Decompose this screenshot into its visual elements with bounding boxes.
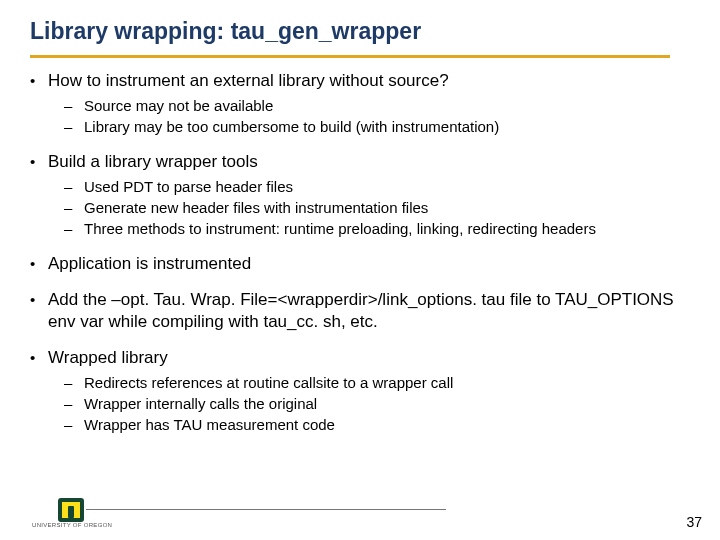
sub-text: Three methods to instrument: runtime pre…	[84, 219, 596, 239]
bullet-marker: •	[30, 70, 48, 92]
sub-item: –Library may be too cumbersome to build …	[64, 117, 690, 137]
footer-rule	[86, 509, 446, 510]
sub-item: –Redirects references at routine callsit…	[64, 373, 690, 393]
sub-item: –Used PDT to parse header files	[64, 177, 690, 197]
bullet-text: How to instrument an external library wi…	[48, 70, 449, 92]
page-number: 37	[686, 514, 702, 530]
dash-marker: –	[64, 219, 84, 239]
dash-marker: –	[64, 96, 84, 116]
sub-list: –Redirects references at routine callsit…	[30, 373, 690, 435]
sub-text: Source may not be available	[84, 96, 273, 116]
sub-item: –Wrapper has TAU measurement code	[64, 415, 690, 435]
sub-text: Library may be too cumbersome to build (…	[84, 117, 499, 137]
oregon-logo-icon: UNIVERSITY OF OREGON	[30, 498, 112, 528]
sub-text: Wrapper internally calls the original	[84, 394, 317, 414]
bullet-list: • How to instrument an external library …	[30, 70, 690, 435]
accent-rule	[30, 55, 670, 58]
dash-marker: –	[64, 198, 84, 218]
bullet-item: • Application is instrumented	[30, 253, 690, 275]
dash-marker: –	[64, 394, 84, 414]
sub-item: –Wrapper internally calls the original	[64, 394, 690, 414]
sub-item: –Source may not be available	[64, 96, 690, 116]
bullet-text: Add the –opt. Tau. Wrap. File=<wrapperdi…	[48, 289, 690, 333]
dash-marker: –	[64, 415, 84, 435]
oregon-o-icon	[58, 498, 84, 522]
bullet-marker: •	[30, 347, 48, 369]
dash-marker: –	[64, 373, 84, 393]
bullet-item: • How to instrument an external library …	[30, 70, 690, 137]
bullet-item: • Add the –opt. Tau. Wrap. File=<wrapper…	[30, 289, 690, 333]
sub-text: Redirects references at routine callsite…	[84, 373, 453, 393]
sub-item: –Three methods to instrument: runtime pr…	[64, 219, 690, 239]
bullet-item: • Wrapped library –Redirects references …	[30, 347, 690, 435]
slide-title: Library wrapping: tau_gen_wrapper	[30, 18, 690, 45]
sub-text: Wrapper has TAU measurement code	[84, 415, 335, 435]
sub-text: Used PDT to parse header files	[84, 177, 293, 197]
sub-list: –Source may not be available –Library ma…	[30, 96, 690, 137]
footer-org-text: UNIVERSITY OF OREGON	[32, 522, 112, 528]
sub-text: Generate new header files with instrumen…	[84, 198, 428, 218]
slide: Library wrapping: tau_gen_wrapper • How …	[0, 0, 720, 540]
bullet-text: Wrapped library	[48, 347, 168, 369]
bullet-marker: •	[30, 289, 48, 311]
dash-marker: –	[64, 117, 84, 137]
bullet-marker: •	[30, 253, 48, 275]
sub-item: –Generate new header files with instrume…	[64, 198, 690, 218]
bullet-text: Application is instrumented	[48, 253, 251, 275]
bullet-text: Build a library wrapper tools	[48, 151, 258, 173]
footer: UNIVERSITY OF OREGON	[30, 498, 112, 528]
sub-list: –Used PDT to parse header files –Generat…	[30, 177, 690, 239]
bullet-marker: •	[30, 151, 48, 173]
dash-marker: –	[64, 177, 84, 197]
bullet-item: • Build a library wrapper tools –Used PD…	[30, 151, 690, 239]
